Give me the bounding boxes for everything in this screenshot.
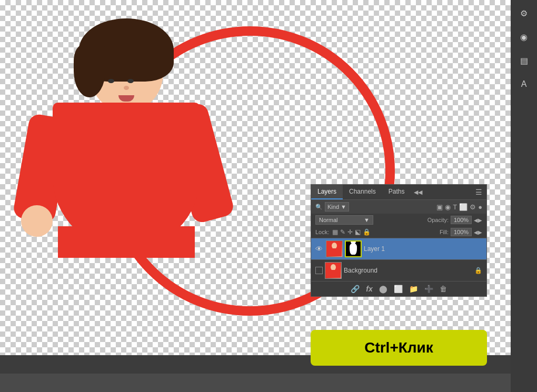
layer1-name: Layer 1 bbox=[364, 245, 482, 253]
filter-chevron-icon: ▼ bbox=[341, 204, 346, 210]
filter-row: 🔍 Kind ▼ ▣ ◉ T ⬜ ⚙ ● bbox=[311, 200, 486, 214]
lock-checkerboard-icon[interactable]: ▦ bbox=[332, 228, 338, 236]
tab-paths[interactable]: Paths bbox=[382, 185, 411, 199]
filter-pixel-icon[interactable]: ▣ bbox=[436, 203, 443, 211]
eyes bbox=[108, 79, 153, 83]
lock-brush-icon[interactable]: ✎ bbox=[340, 228, 345, 236]
layers-sidebar-icon[interactable]: ▤ bbox=[516, 53, 532, 68]
opacity-value[interactable]: 100% bbox=[451, 216, 472, 224]
background-lock-icon: 🔒 bbox=[474, 267, 482, 274]
fill-section: Fill: 100% ◀▶ bbox=[440, 228, 482, 236]
lock-label: Lock: bbox=[315, 229, 329, 235]
folder-icon[interactable]: 📁 bbox=[409, 285, 418, 293]
filter-icons: ▣ ◉ T ⬜ ⚙ ● bbox=[436, 203, 482, 211]
opacity-label: Opacity: bbox=[427, 217, 449, 223]
layer1-thumb-svg bbox=[327, 242, 342, 256]
filter-toggle-icon[interactable]: ● bbox=[478, 203, 482, 211]
delete-layer-icon[interactable]: 🗑 bbox=[440, 285, 447, 293]
layers-panel-title-row: Layers Channels Paths ◀◀ ☰ bbox=[311, 185, 486, 200]
adjustment-layer-icon[interactable]: ⬤ bbox=[379, 285, 387, 293]
filter-label: Kind bbox=[327, 204, 339, 210]
layer-item-layer1[interactable]: 👁 Layer 1 bbox=[311, 238, 486, 259]
ctrl-click-button[interactable]: Ctrl+Клик bbox=[311, 330, 487, 366]
layer1-mask-thumbnail[interactable] bbox=[345, 240, 362, 257]
layers-tabs: Layers Channels Paths bbox=[311, 185, 411, 199]
filter-shape-icon[interactable]: ⬜ bbox=[459, 203, 468, 211]
background-thumb-svg bbox=[326, 263, 341, 278]
opacity-stepper-icon[interactable]: ◀▶ bbox=[474, 217, 482, 223]
mask-icon[interactable]: ⬜ bbox=[394, 285, 403, 293]
lock-all-icon[interactable]: 🔒 bbox=[363, 228, 371, 236]
shirt-bottom bbox=[58, 226, 195, 258]
layer-item-background[interactable]: Background 🔒 bbox=[311, 260, 486, 281]
background-visibility-checkbox[interactable] bbox=[315, 267, 323, 274]
blend-mode-chevron-icon: ▼ bbox=[364, 217, 370, 223]
tab-layers[interactable]: Layers bbox=[311, 185, 343, 199]
mouth bbox=[118, 95, 134, 102]
fx-icon[interactable]: fx bbox=[366, 285, 372, 293]
layer1-thumbnail bbox=[326, 240, 343, 257]
opacity-row: Opacity: 100% ◀▶ bbox=[427, 216, 482, 224]
person-figure bbox=[16, 0, 247, 353]
filter-smart-icon[interactable]: ⚙ bbox=[470, 203, 476, 211]
lock-artboard-icon[interactable]: ⬕ bbox=[355, 228, 361, 236]
ctrl-click-label: Ctrl+Клик bbox=[364, 339, 433, 356]
left-eye bbox=[108, 79, 114, 83]
layer1-visibility-icon[interactable]: 👁 bbox=[315, 245, 324, 253]
fill-value[interactable]: 100% bbox=[451, 228, 472, 236]
type-icon[interactable]: A bbox=[516, 76, 532, 92]
right-hand bbox=[21, 205, 53, 237]
layers-bottom: 🔗 fx ⬤ ⬜ 📁 ➕ 🗑 bbox=[311, 281, 486, 296]
svg-rect-5 bbox=[330, 270, 336, 276]
layers-list: 👁 Layer 1 bbox=[311, 238, 486, 281]
svg-point-4 bbox=[331, 264, 336, 270]
filter-adjustment-icon[interactable]: ◉ bbox=[445, 203, 451, 211]
collapse-button[interactable]: ◀◀ bbox=[411, 186, 425, 198]
right-sidebar: ⚙ ◉ ▤ A bbox=[511, 0, 537, 392]
filter-dropdown[interactable]: Kind ▼ bbox=[325, 202, 349, 212]
blend-row: Normal ▼ Opacity: 100% ◀▶ bbox=[311, 214, 486, 226]
blend-mode-dropdown[interactable]: Normal ▼ bbox=[315, 215, 373, 225]
layer1-thumb-content bbox=[326, 241, 342, 257]
lock-move-icon[interactable]: ✛ bbox=[347, 228, 353, 236]
settings-icon[interactable]: ⚙ bbox=[516, 5, 532, 21]
lock-icons: ▦ ✎ ✛ ⬕ 🔒 bbox=[332, 228, 371, 236]
layers-panel: Layers Channels Paths ◀◀ ☰ 🔍 Kind ▼ ▣ ◉ … bbox=[311, 184, 487, 297]
svg-rect-2 bbox=[331, 248, 337, 255]
new-layer-icon[interactable]: ➕ bbox=[424, 285, 433, 293]
hamburger-menu-icon[interactable]: ☰ bbox=[471, 185, 486, 199]
face-features bbox=[100, 61, 153, 103]
lock-row: Lock: ▦ ✎ ✛ ⬕ 🔒 Fill: 100% ◀▶ bbox=[311, 226, 486, 238]
link-icon[interactable]: 🔗 bbox=[351, 285, 360, 293]
mask-silhouette bbox=[350, 243, 357, 255]
svg-point-1 bbox=[332, 243, 337, 249]
blend-mode-value: Normal bbox=[319, 217, 337, 223]
circle-icon[interactable]: ◉ bbox=[516, 29, 532, 45]
layer1-mask-content bbox=[346, 242, 361, 256]
nose bbox=[124, 86, 129, 90]
background-thumb-content bbox=[325, 263, 341, 278]
background-thumbnail bbox=[325, 262, 342, 279]
filter-type-icon[interactable]: T bbox=[453, 203, 457, 211]
fill-stepper-icon[interactable]: ◀▶ bbox=[474, 229, 482, 235]
fill-label: Fill: bbox=[440, 229, 449, 235]
tab-channels[interactable]: Channels bbox=[343, 185, 382, 199]
background-name: Background bbox=[344, 267, 472, 274]
search-icon: 🔍 bbox=[315, 204, 323, 210]
right-eye bbox=[127, 79, 134, 83]
